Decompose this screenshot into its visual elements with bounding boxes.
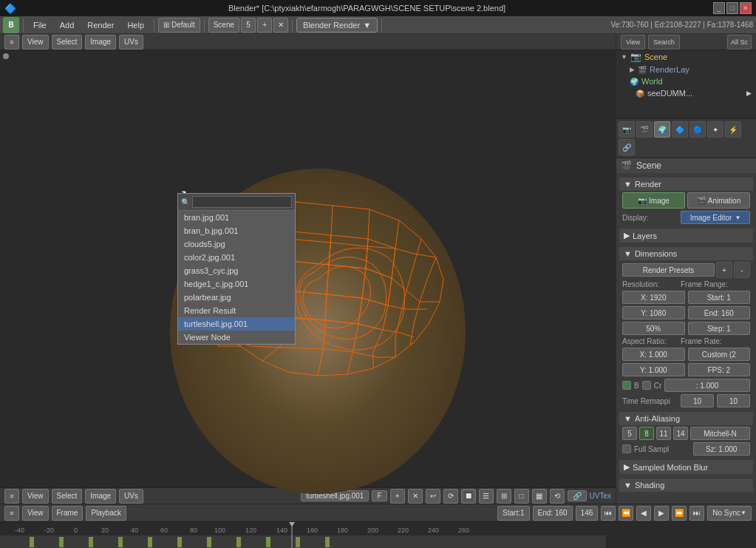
uv-menu-icon[interactable]: ≡: [4, 489, 19, 504]
jump-back-btn[interactable]: ⏪: [619, 506, 633, 521]
ax-field[interactable]: X: 1.000: [622, 348, 685, 361]
aa-val-14[interactable]: 14: [673, 427, 688, 440]
dropdown-item-1[interactable]: bran_b.jpg.001: [178, 224, 295, 237]
uv-select-menu[interactable]: Select: [52, 489, 83, 504]
start-frame-field[interactable]: Start: 1: [497, 506, 529, 521]
scene-num[interactable]: 5: [241, 18, 256, 33]
timeline-playback-menu[interactable]: Playback: [86, 506, 126, 521]
timeline-frame-menu[interactable]: Frame: [52, 506, 84, 521]
render-engine-selector[interactable]: Blender Render ▼: [296, 18, 378, 33]
prop-tab-scene[interactable]: 🎬: [636, 121, 653, 138]
add-scene-btn[interactable]: +: [257, 18, 272, 33]
uv-uvs-menu[interactable]: UVs: [119, 489, 143, 504]
aa-val-5[interactable]: 5: [622, 427, 637, 440]
layout-selector[interactable]: ⊞ Default: [158, 18, 200, 33]
prop-tab-world[interactable]: 🌍: [654, 121, 670, 138]
add-preset-btn[interactable]: +: [716, 262, 732, 278]
step-field[interactable]: Step: 1: [688, 322, 751, 335]
remove-preset-btn[interactable]: -: [734, 262, 750, 278]
outliner-renderlay[interactable]: ▶ 🎬 RenderLay: [616, 64, 756, 75]
cr-checkbox[interactable]: [642, 381, 651, 390]
dropdown-item-4[interactable]: grass3_cyc.jpg: [178, 264, 295, 277]
outliner-object[interactable]: 📦 seeDUMM... ▶: [616, 87, 756, 99]
tr1-field[interactable]: 10: [681, 394, 714, 407]
dropdown-search-input[interactable]: [192, 196, 292, 208]
viewport[interactable]: ≡ View Select Image UVs: [0, 34, 616, 504]
uv-image-menu[interactable]: Image: [85, 489, 116, 504]
size-field[interactable]: Sz: 1.000: [693, 442, 751, 456]
shading-header[interactable]: ▼ Shading: [619, 478, 753, 492]
layers-header[interactable]: ▶ Layers: [619, 229, 753, 243]
full-sample-checkbox[interactable]: [622, 444, 631, 453]
fps-val2-field[interactable]: : 1.000: [664, 379, 750, 392]
fps-value-field[interactable]: FPS: 2: [688, 363, 751, 376]
outliner-world[interactable]: 🌍 World: [616, 75, 756, 87]
uv-tool-10[interactable]: ⟲: [550, 489, 565, 504]
aa-filter-selector[interactable]: Mitchell-N: [690, 427, 750, 440]
prop-tab-material[interactable]: 🔵: [689, 121, 706, 138]
b-checkbox[interactable]: [622, 381, 631, 390]
jump-end-btn[interactable]: ⏭: [689, 506, 704, 521]
prop-tab-render[interactable]: 📷: [619, 121, 635, 138]
close-button[interactable]: ✕: [740, 2, 752, 14]
anti-alias-header[interactable]: ▼ Anti-Aliasing: [619, 412, 753, 425]
uv-tool-8[interactable]: □: [514, 489, 529, 504]
percent-field[interactable]: 50%: [622, 322, 685, 335]
dropdown-item-8[interactable]: turtleshell.jpg.001: [178, 317, 295, 331]
dropdown-item-9[interactable]: Viewer Node: [178, 331, 295, 344]
scene-selector[interactable]: Scene: [208, 18, 239, 33]
view-menu[interactable]: View: [22, 35, 49, 50]
dropdown-item-2[interactable]: clouds5.jpg: [178, 237, 295, 251]
viewport-menu-btn[interactable]: ≡: [4, 35, 19, 50]
prop-tab-particles[interactable]: ✦: [707, 121, 723, 138]
select-menu[interactable]: Select: [52, 35, 83, 50]
animation-render-btn[interactable]: 🎬 Animation: [687, 192, 750, 209]
jump-start-btn[interactable]: ⏮: [601, 506, 616, 521]
motion-blur-header[interactable]: ▶ Sampled Motion Blur: [619, 460, 753, 474]
outliner-search-btn[interactable]: Search: [648, 35, 680, 50]
uv-tool-6[interactable]: ☰: [479, 489, 494, 504]
maximize-button[interactable]: □: [726, 2, 738, 14]
res-x-field[interactable]: X: 1920: [622, 291, 685, 304]
timeline-ruler[interactable]: -40 -20 0 20 40 60 80 100 120 140 160 18…: [0, 522, 756, 548]
dropdown-item-7[interactable]: Render Result: [178, 304, 295, 317]
outliner-scene[interactable]: ▼ 📷 Scene: [616, 50, 756, 64]
minimize-button[interactable]: _: [713, 2, 725, 14]
dropdown-item-0[interactable]: bran.jpg.001: [178, 211, 295, 224]
uvs-menu[interactable]: UVs: [119, 35, 143, 50]
uv-view-menu[interactable]: View: [22, 489, 49, 504]
jump-forward-btn[interactable]: ⏩: [672, 506, 687, 521]
outliner-view-btn[interactable]: View: [621, 35, 645, 50]
menu-help[interactable]: Help: [121, 18, 150, 33]
uv-tool-9[interactable]: ▦: [532, 489, 547, 504]
play-reverse-btn[interactable]: ◀: [636, 506, 651, 521]
aa-val-8[interactable]: 8: [639, 427, 654, 440]
play-btn[interactable]: ▶: [654, 506, 669, 521]
no-sync-selector[interactable]: No Sync ▼: [707, 506, 752, 521]
remove-scene-btn[interactable]: ✕: [273, 18, 288, 33]
res-y-field[interactable]: Y: 1080: [622, 306, 685, 319]
menu-render[interactable]: Render: [81, 18, 120, 33]
render-presets-btn[interactable]: Render Presets: [622, 263, 715, 277]
dropdown-item-5[interactable]: hedge1_c.jpg.001: [178, 277, 295, 291]
timeline-menu-icon[interactable]: ≡: [4, 506, 19, 521]
current-frame-field[interactable]: 146: [576, 506, 599, 521]
prop-tab-constraints[interactable]: 🔗: [619, 139, 635, 155]
start-field[interactable]: Start: 1: [688, 291, 751, 304]
dropdown-item-3[interactable]: color2.jpg.001: [178, 251, 295, 264]
image-render-btn[interactable]: 📷 Image: [622, 192, 685, 209]
display-selector[interactable]: Image Editor ▼: [681, 211, 750, 224]
uv-sync[interactable]: 🔗: [568, 490, 587, 501]
menu-add[interactable]: Add: [54, 18, 81, 33]
uv-tool-7[interactable]: ⊞: [497, 489, 511, 504]
fps-selector[interactable]: Custom (2: [688, 348, 751, 361]
aa-val-11[interactable]: 11: [656, 427, 671, 440]
blender-menu-icon[interactable]: B: [3, 17, 19, 33]
timeline-view-menu[interactable]: View: [22, 506, 49, 521]
end-frame-field[interactable]: End: 160: [533, 506, 573, 521]
tr2-field[interactable]: 10: [717, 394, 750, 407]
prop-tab-object[interactable]: 🔷: [672, 121, 688, 138]
dimensions-header[interactable]: ▼ Dimensions: [619, 247, 753, 260]
prop-tab-physics[interactable]: ⚡: [725, 121, 741, 138]
end-field[interactable]: End: 160: [688, 306, 751, 319]
